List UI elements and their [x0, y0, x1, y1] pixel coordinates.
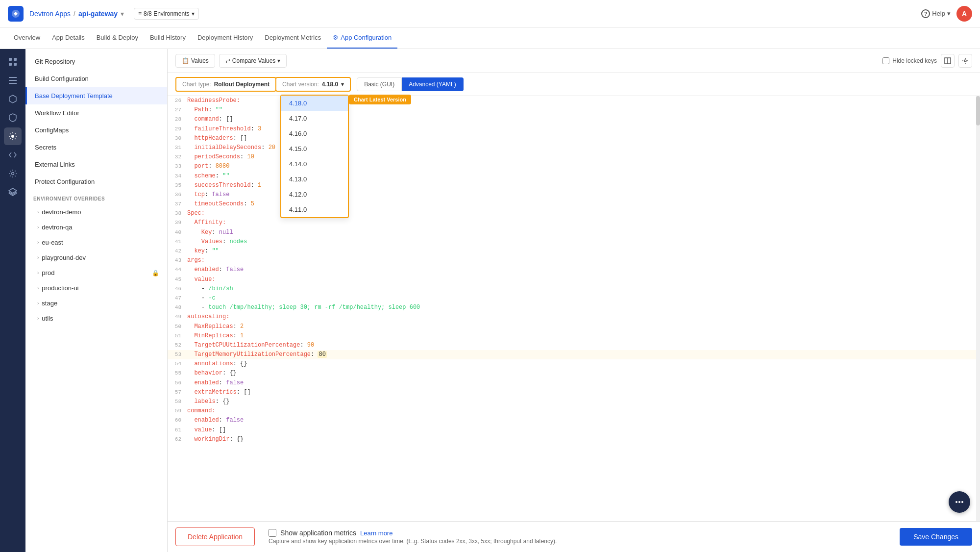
- line-number: 48: [172, 303, 187, 312]
- dropdown-item-4.12.0[interactable]: 4.12.0: [281, 187, 348, 202]
- delete-application-button[interactable]: Delete Application: [175, 527, 255, 546]
- sidebar-item-protect-configuration[interactable]: Protect Configuration: [25, 173, 167, 190]
- line-content: workingDir: {}: [187, 435, 972, 444]
- sidebar-item-git-repository[interactable]: Git Repository: [25, 53, 167, 70]
- metrics-learn-more-link[interactable]: Learn more: [360, 529, 392, 537]
- subnav-app-config-label: App Configuration: [341, 34, 392, 41]
- env-item-prod[interactable]: › prod 🔒: [25, 265, 167, 280]
- sidebar-item-external-links[interactable]: External Links: [25, 156, 167, 173]
- scrollbar[interactable]: [976, 96, 980, 521]
- code-line-62: 62 workingDir: {}: [168, 435, 976, 444]
- line-content: TargetCPUUtilizationPercentage: 90: [187, 341, 972, 350]
- sidebar-item-base-deployment-template[interactable]: Base Deployment Template: [25, 87, 167, 104]
- subnav-overview[interactable]: Overview: [8, 27, 46, 49]
- metrics-checkbox[interactable]: [269, 529, 276, 537]
- line-number: 46: [172, 285, 187, 294]
- env-item-production-ui[interactable]: › production-ui: [25, 280, 167, 296]
- line-number: 27: [172, 106, 187, 115]
- sidebar-external-links-label: External Links: [35, 161, 75, 168]
- subnav-deployment-history[interactable]: Deployment History: [192, 27, 259, 49]
- breadcrumb-app-name[interactable]: Devtron Apps: [29, 10, 71, 18]
- code-line-55: 55 behavior: {}: [168, 369, 976, 378]
- line-content: enabled: false: [187, 378, 972, 388]
- metrics-label: Show application metrics: [280, 529, 356, 537]
- code-line-44: 44 enabled: false: [168, 265, 976, 275]
- help-button[interactable]: ? Help ▾: [921, 9, 951, 18]
- env-item-stage[interactable]: › stage: [25, 296, 167, 311]
- advanced-yaml-button[interactable]: Advanced (YAML): [402, 77, 464, 91]
- chevron-right-icon: ›: [37, 301, 39, 306]
- svg-rect-7: [9, 83, 17, 84]
- line-number: 45: [172, 276, 187, 284]
- line-content: value:: [187, 275, 972, 284]
- basic-gui-button[interactable]: Basic (GUI): [357, 77, 402, 91]
- toolbar: 📋 Values ⇄ Compare Values ▾ Hide locked …: [168, 49, 980, 73]
- compare-icon: ⇄: [225, 57, 230, 64]
- sidebar-icon-gear[interactable]: [4, 165, 22, 182]
- settings-button[interactable]: [958, 54, 972, 68]
- sidebar-icon-grid[interactable]: [4, 53, 22, 71]
- sidebar-icon-shield[interactable]: [4, 109, 22, 126]
- sidebar-configmaps-label: ConfigMaps: [35, 126, 69, 134]
- env-item-eu-east[interactable]: › eu-east: [25, 235, 167, 250]
- user-avatar[interactable]: A: [956, 6, 972, 22]
- subnav-app-details[interactable]: App Details: [46, 27, 90, 49]
- sidebar-workflow-label: Workflow Editor: [35, 109, 79, 117]
- scroll-thumb[interactable]: [976, 96, 980, 125]
- dropdown-item-4.14.0[interactable]: 4.14.0: [281, 156, 348, 172]
- sidebar-protect-config-label: Protect Configuration: [35, 178, 95, 185]
- chart-version-selector[interactable]: Chart version: 4.18.0 ▾: [275, 77, 351, 92]
- sidebar-icon-layers[interactable]: [4, 183, 22, 201]
- subnav-deployment-metrics-label: Deployment Metrics: [265, 34, 321, 41]
- code-line-50: 50 MaxReplicas: 2: [168, 322, 976, 331]
- version-chevron-icon: ▾: [341, 81, 344, 88]
- chevron-right-icon: ›: [37, 225, 39, 230]
- dropdown-item-4.17.0[interactable]: 4.17.0: [281, 111, 348, 126]
- line-content: annotations: {}: [187, 359, 972, 369]
- env-badge[interactable]: ≡ 8/8 Environments ▾: [134, 8, 198, 20]
- dropdown-item-4.15.0[interactable]: 4.15.0: [281, 141, 348, 156]
- line-number: 38: [172, 209, 187, 218]
- line-number: 32: [172, 153, 187, 162]
- dropdown-item-4.16.0[interactable]: 4.16.0: [281, 126, 348, 141]
- sidebar-item-build-configuration[interactable]: Build Configuration: [25, 70, 167, 87]
- dropdown-item-4.11.0[interactable]: 4.11.0: [281, 202, 348, 217]
- svg-rect-4: [14, 63, 17, 66]
- sidebar-icon-deploy[interactable]: [4, 90, 22, 108]
- code-line-48: 48 - touch /tmp/healthy; sleep 30; rm -r…: [168, 303, 976, 312]
- subnav-deployment-metrics[interactable]: Deployment Metrics: [259, 27, 327, 49]
- env-item-utils[interactable]: › utils: [25, 311, 167, 326]
- breadcrumb-current-app[interactable]: api-gateway: [78, 10, 118, 18]
- split-view-button[interactable]: [941, 54, 955, 68]
- chart-type-selector[interactable]: Chart type: Rollout Deployment: [175, 77, 276, 92]
- subnav-build-deploy[interactable]: Build & Deploy: [91, 27, 144, 49]
- sidebar-item-configmaps[interactable]: ConfigMaps: [25, 122, 167, 139]
- compare-values-button[interactable]: ⇄ Compare Values ▾: [219, 54, 287, 68]
- sidebar-icon-config[interactable]: [4, 127, 22, 145]
- subnav-build-deploy-label: Build & Deploy: [97, 34, 138, 41]
- save-changes-button[interactable]: Save Changes: [900, 528, 972, 546]
- sidebar-icon-code[interactable]: [4, 146, 22, 164]
- dropdown-item-4.13.0[interactable]: 4.13.0: [281, 172, 348, 187]
- sidebar-icon-list[interactable]: [4, 72, 22, 89]
- values-button[interactable]: 📋 Values: [175, 54, 215, 68]
- env-item-devtron-qa[interactable]: › devtron-qa: [25, 220, 167, 235]
- sidebar-item-workflow-editor[interactable]: Workflow Editor: [25, 104, 167, 122]
- env-stage-label: stage: [42, 300, 57, 307]
- dropdown-item-4.18.0[interactable]: 4.18.0: [281, 96, 348, 111]
- hide-keys-checkbox[interactable]: [882, 57, 889, 64]
- env-item-devtron-demo[interactable]: › devtron-demo: [25, 204, 167, 220]
- env-item-playground-dev[interactable]: › playground-dev: [25, 250, 167, 265]
- subnav-build-history[interactable]: Build History: [144, 27, 192, 49]
- line-content: TargetMemoryUtilizationPercentage: 80: [187, 350, 972, 359]
- breadcrumb-separator: /: [74, 10, 75, 18]
- env-prod-label: prod: [42, 269, 54, 276]
- fab-button[interactable]: [949, 491, 970, 513]
- subnav-app-configuration[interactable]: ⚙ App Configuration: [327, 27, 397, 49]
- svg-point-9: [12, 173, 14, 175]
- code-line-42: 42 key: "": [168, 247, 976, 256]
- hide-keys-label[interactable]: Hide locked keys: [882, 57, 937, 64]
- line-number: 49: [172, 313, 187, 322]
- sidebar-build-config-label: Build Configuration: [35, 75, 89, 82]
- sidebar-item-secrets[interactable]: Secrets: [25, 139, 167, 156]
